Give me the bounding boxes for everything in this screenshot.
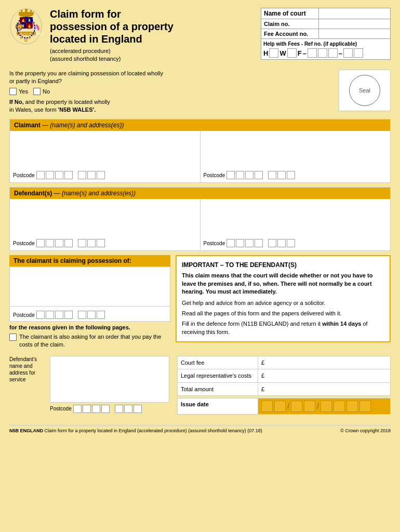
hwf-box-5[interactable]: [328, 48, 338, 58]
yes-checkbox[interactable]: [9, 88, 17, 95]
important-title: IMPORTANT – TO THE DEFENDANT(S): [182, 261, 384, 269]
claiming-address[interactable]: [13, 270, 167, 301]
claimant-address-1[interactable]: [13, 134, 197, 168]
important-bold-text: This claim means that the court will dec…: [182, 272, 384, 296]
pc-box[interactable]: [101, 405, 110, 413]
no-checkbox[interactable]: [33, 88, 41, 95]
pc-box[interactable]: [87, 311, 96, 319]
pc-box[interactable]: [55, 171, 63, 179]
property-question-text: Is the property you are claiming possess…: [9, 70, 164, 86]
pc-box[interactable]: [268, 171, 276, 179]
date-box-4[interactable]: [304, 401, 315, 412]
pc-box[interactable]: [83, 405, 91, 413]
claiming-body: [10, 267, 170, 306]
total-fee-input[interactable]: [266, 386, 387, 392]
hwf-box-2[interactable]: [287, 48, 297, 58]
hwf-box-4[interactable]: [318, 48, 327, 58]
service-address-input[interactable]: [50, 356, 169, 402]
date-box-8[interactable]: [359, 401, 371, 412]
court-fee-input[interactable]: [266, 360, 387, 366]
date-slash-1: /: [287, 402, 289, 410]
svg-rect-4: [30, 10, 32, 12]
date-box-3[interactable]: [291, 401, 302, 412]
pc-box[interactable]: [64, 239, 73, 247]
pc-box[interactable]: [78, 311, 86, 319]
pc-box[interactable]: [92, 405, 100, 413]
pc-box[interactable]: [97, 171, 105, 179]
hwf-box-7[interactable]: [354, 48, 363, 58]
footer-left: N5B ENGLAND Claim form for a property lo…: [9, 428, 262, 433]
claiming-box: Postcode: [9, 267, 170, 322]
claimant-address-2[interactable]: [204, 134, 388, 168]
pc-box[interactable]: [87, 239, 96, 247]
hwf-h: H: [263, 49, 268, 57]
service-address-area[interactable]: [50, 356, 169, 403]
date-box-5[interactable]: [321, 401, 332, 412]
pc-box[interactable]: [46, 311, 54, 319]
pc-box[interactable]: [36, 171, 45, 179]
pc-box[interactable]: [97, 311, 105, 319]
court-name-label: Name of court: [261, 8, 318, 19]
pc-box[interactable]: [268, 239, 276, 247]
svg-rect-3: [25, 9, 28, 12]
pc-box[interactable]: [277, 171, 286, 179]
hwf-box-6[interactable]: [343, 48, 353, 58]
court-name-value[interactable]: [318, 8, 390, 19]
pc-box[interactable]: [55, 311, 63, 319]
svg-text:✿: ✿: [28, 36, 31, 39]
pc-box[interactable]: [46, 239, 54, 247]
defendant-address-1[interactable]: [13, 202, 197, 236]
date-box-6[interactable]: [334, 401, 345, 412]
pc-box[interactable]: [287, 171, 295, 179]
fee-account-value[interactable]: [318, 29, 390, 38]
service-postcode-row: Postcode: [50, 405, 169, 413]
pc-box[interactable]: [236, 239, 244, 247]
pc-box[interactable]: [87, 171, 96, 179]
claim-no-row: Claim no.: [261, 19, 390, 29]
date-box-2[interactable]: [274, 401, 286, 412]
defendant-postcode-row-1: Postcode: [13, 239, 197, 247]
claiming-left: The claimant is claiming possession of: …: [9, 255, 170, 348]
hwf-box-3[interactable]: [308, 48, 317, 58]
hwf-box-1[interactable]: [269, 48, 278, 58]
pc-box[interactable]: [64, 311, 73, 319]
pc-box[interactable]: [78, 171, 86, 179]
costs-checkbox[interactable]: [9, 334, 17, 341]
pc-box[interactable]: [245, 239, 254, 247]
date-box-1[interactable]: [261, 401, 273, 412]
pc-box[interactable]: [255, 239, 263, 247]
pc-box[interactable]: [78, 239, 86, 247]
date-box-7[interactable]: [346, 401, 358, 412]
pc-box[interactable]: [115, 405, 123, 413]
defendant-address-2[interactable]: [204, 202, 388, 236]
pc-box[interactable]: [97, 239, 105, 247]
legal-fee-input[interactable]: [266, 373, 387, 379]
pc-box[interactable]: [287, 239, 295, 247]
total-fee-label: Total amount: [178, 383, 258, 395]
pc-box[interactable]: [55, 239, 63, 247]
svg-text:🦄: 🦄: [31, 23, 41, 32]
issue-date-row: Issue date / /: [177, 398, 391, 415]
legal-fee-value: £: [258, 369, 390, 382]
pc-box[interactable]: [255, 171, 263, 179]
court-info-block: Name of court Claim no. Fee Account no. …: [261, 8, 391, 60]
pc-box[interactable]: [64, 171, 73, 179]
postcode-boxes-3: [36, 239, 105, 247]
pc-box[interactable]: [46, 171, 54, 179]
pc-box[interactable]: [36, 239, 45, 247]
pc-box[interactable]: [236, 171, 244, 179]
crest: ♟ ♜ ♜ ♟ 🦁 🦄 DIEU ET MON DROIT ✿ ✿ ✿: [9, 8, 45, 47]
postcode-label-1: Postcode: [13, 172, 35, 178]
issue-date-boxes: / /: [258, 398, 390, 414]
pc-box[interactable]: [226, 239, 235, 247]
pc-box[interactable]: [277, 239, 286, 247]
pc-box[interactable]: [73, 405, 82, 413]
pc-box[interactable]: [245, 171, 254, 179]
pc-box[interactable]: [36, 311, 45, 319]
pc-box[interactable]: [134, 405, 142, 413]
claim-no-value[interactable]: [318, 19, 390, 29]
pc-box[interactable]: [124, 405, 132, 413]
total-fee-row: Total amount £: [177, 382, 391, 396]
pc-box[interactable]: [226, 171, 235, 179]
yes-checkbox-item: Yes: [9, 88, 28, 95]
